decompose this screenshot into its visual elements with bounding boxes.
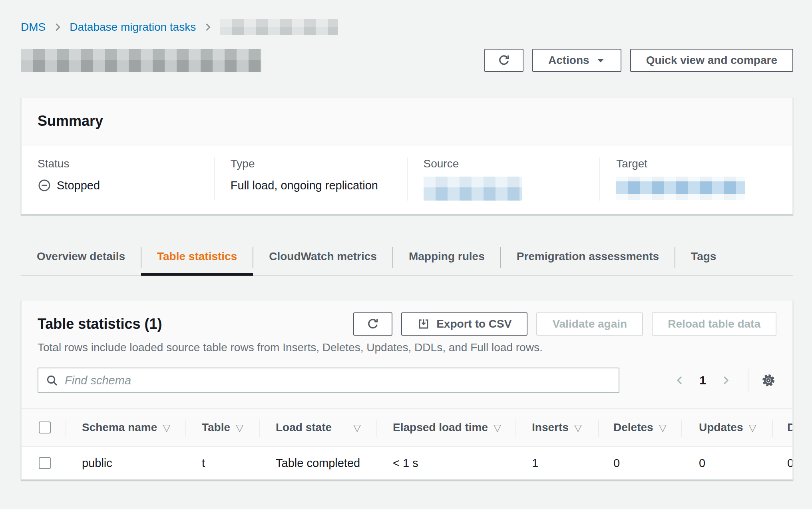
column-label: Table xyxy=(202,421,230,434)
quick-view-compare-button[interactable]: Quick view and compare xyxy=(630,49,793,72)
tab-overview-details[interactable]: Overview details xyxy=(21,240,141,275)
breadcrumb: DMS Database migration tasks xyxy=(21,0,793,35)
tab-cloudwatch-metrics[interactable]: CloudWatch metrics xyxy=(253,240,393,275)
next-page-button[interactable] xyxy=(716,374,736,386)
schema-search xyxy=(38,368,619,393)
sort-icon[interactable] xyxy=(748,422,756,433)
table-statistics-card: Table statistics (1) xyxy=(21,300,793,480)
table-header-row: Schema name Table Load state Elapsed loa… xyxy=(22,408,793,447)
target-label: Target xyxy=(616,157,776,170)
search-input[interactable] xyxy=(38,368,619,393)
refresh-button[interactable] xyxy=(484,49,523,72)
tab-mapping-rules[interactable]: Mapping rules xyxy=(393,240,501,275)
column-label: Inserts xyxy=(532,421,569,434)
chevron-left-icon xyxy=(674,374,686,386)
summary-field-type: Type Full load, ongoing replication xyxy=(214,157,407,201)
table-statistics-title: Table statistics (1) xyxy=(38,316,162,332)
target-value-redacted[interactable] xyxy=(616,177,745,200)
sort-icon[interactable] xyxy=(353,422,361,433)
cell-updates: 0 xyxy=(681,447,772,479)
export-csv-label: Export to CSV xyxy=(436,318,511,330)
column-header-load-state[interactable]: Load state xyxy=(259,409,376,446)
breadcrumb-tasks-link[interactable]: Database migration tasks xyxy=(70,21,196,34)
sort-icon[interactable] xyxy=(163,422,170,433)
task-tabs: Overview details Table statistics CloudW… xyxy=(21,240,793,276)
column-label: Deletes xyxy=(613,421,653,434)
select-all-checkbox[interactable] xyxy=(39,422,51,433)
chevron-right-icon xyxy=(52,22,63,33)
table-actions: Export to CSV Validate again Reload tabl… xyxy=(353,312,776,336)
sort-icon[interactable] xyxy=(574,422,582,433)
tab-tags[interactable]: Tags xyxy=(675,240,732,275)
breadcrumb-dms-link[interactable]: DMS xyxy=(21,21,46,34)
column-label: Elapsed load time xyxy=(393,421,488,434)
cell-deletes: 0 xyxy=(598,447,681,479)
status-label: Status xyxy=(38,157,198,170)
tab-table-statistics[interactable]: Table statistics xyxy=(141,240,253,275)
download-icon xyxy=(417,318,430,330)
cell-ddls: 0 xyxy=(772,447,793,479)
column-header-deletes[interactable]: Deletes xyxy=(598,409,681,446)
source-value-redacted[interactable] xyxy=(424,177,522,201)
caret-down-icon xyxy=(596,56,605,65)
actions-button-label: Actions xyxy=(548,54,589,67)
chevron-right-icon xyxy=(202,22,213,33)
column-label: Load state xyxy=(276,421,332,434)
source-value xyxy=(424,177,584,201)
validate-again-button[interactable]: Validate again xyxy=(536,312,643,336)
validate-again-label: Validate again xyxy=(552,318,627,330)
row-checkbox[interactable] xyxy=(39,457,51,469)
tab-premigration-assessments[interactable]: Premigration assessments xyxy=(501,240,675,275)
quick-view-compare-label: Quick view and compare xyxy=(646,54,777,67)
header-actions: Actions Quick view and compare xyxy=(484,49,793,72)
status-value-text: Stopped xyxy=(57,179,100,192)
cell-inserts: 1 xyxy=(515,447,598,479)
refresh-icon xyxy=(497,54,511,67)
current-page-number: 1 xyxy=(690,374,716,387)
column-header-ddls[interactable]: DDLs xyxy=(772,409,793,446)
refresh-icon xyxy=(366,317,380,331)
breadcrumb-current-redacted xyxy=(220,19,338,35)
column-header-updates[interactable]: Updates xyxy=(681,409,772,446)
export-csv-button[interactable]: Export to CSV xyxy=(401,312,527,336)
column-label: Updates xyxy=(699,421,743,434)
table-refresh-button[interactable] xyxy=(353,312,392,336)
controls-divider xyxy=(748,369,748,392)
page-header: Actions Quick view and compare xyxy=(21,49,793,72)
summary-card-header: Summary xyxy=(22,97,792,145)
select-all-cell xyxy=(22,409,66,446)
summary-field-target: Target xyxy=(599,157,792,201)
source-label: Source xyxy=(424,157,584,170)
reload-table-data-label: Reload table data xyxy=(668,318,760,330)
prev-page-button[interactable] xyxy=(670,374,690,386)
summary-field-source: Source xyxy=(407,157,600,201)
table-row[interactable]: public t Table completed < 1 s 1 0 0 0 xyxy=(22,447,793,479)
column-header-schema-name[interactable]: Schema name xyxy=(66,409,185,446)
reload-table-data-button[interactable]: Reload table data xyxy=(652,312,776,336)
summary-card: Summary Status Stopped Type Full load, o… xyxy=(21,97,793,215)
cell-table: t xyxy=(185,447,259,479)
target-value xyxy=(616,177,776,200)
stopped-icon xyxy=(38,179,51,192)
summary-field-status: Status Stopped xyxy=(22,157,214,201)
table-preferences-button[interactable] xyxy=(760,372,776,388)
search-icon xyxy=(46,374,58,387)
chevron-right-icon xyxy=(720,374,732,386)
column-label: DDLs xyxy=(787,421,793,434)
table-statistics-description: Total rows include loaded source table r… xyxy=(38,341,776,354)
status-value: Stopped xyxy=(38,177,198,194)
actions-button[interactable]: Actions xyxy=(532,49,621,72)
cell-elapsed-load-time: < 1 s xyxy=(376,447,515,479)
dms-task-page: DMS Database migration tasks Actions xyxy=(0,0,812,509)
sort-icon[interactable] xyxy=(236,422,243,433)
sort-icon[interactable] xyxy=(659,422,667,433)
summary-body: Status Stopped Type Full load, ongoing r… xyxy=(22,145,792,214)
table-card-header: Table statistics (1) xyxy=(22,300,792,408)
column-header-inserts[interactable]: Inserts xyxy=(515,409,598,446)
column-header-table[interactable]: Table xyxy=(185,409,259,446)
sort-icon[interactable] xyxy=(494,422,501,433)
column-label: Schema name xyxy=(82,421,157,434)
column-header-elapsed-load-time[interactable]: Elapsed load time xyxy=(376,409,515,446)
task-name-redacted xyxy=(21,49,261,72)
cell-schema-name: public xyxy=(66,447,185,479)
